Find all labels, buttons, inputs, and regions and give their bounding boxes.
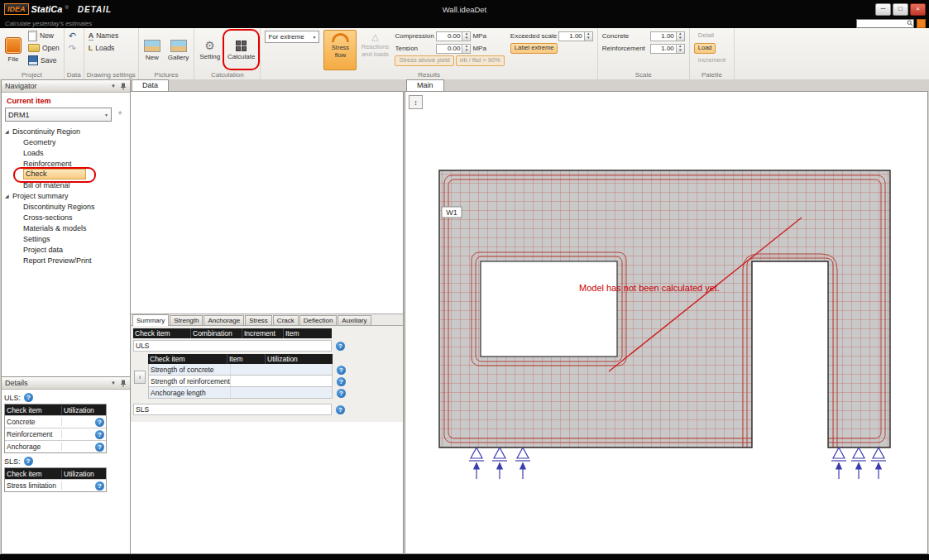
scale-reinforcement-value: 1.00: [650, 44, 677, 54]
drawing-canvas[interactable]: ↕: [405, 91, 928, 554]
tree-item-geometry[interactable]: Geometry: [5, 136, 127, 147]
close-button[interactable]: ×: [910, 3, 926, 16]
tree-expand-icon[interactable]: ◢: [5, 128, 12, 134]
pin-icon[interactable]: [120, 380, 127, 387]
tab-anchorage[interactable]: Anchorage: [204, 315, 244, 325]
tree-item-discontinuity-regions[interactable]: Discontinuity Regions: [5, 201, 127, 212]
navigator-tool-button[interactable]: *: [113, 108, 127, 121]
uls-row[interactable]: ULS: [133, 340, 332, 352]
tab-main[interactable]: Main: [406, 79, 444, 91]
wall-label-tag: W1: [442, 207, 462, 218]
open-button[interactable]: Open: [26, 42, 61, 54]
table-row[interactable]: Concrete?: [5, 415, 106, 428]
table-row[interactable]: Anchorage length: [148, 387, 333, 399]
undo-button[interactable]: ↶: [67, 30, 78, 41]
new-label: New: [40, 31, 54, 40]
fit-view-button[interactable]: ↕: [409, 95, 423, 109]
table-row[interactable]: Anchorage?: [5, 440, 106, 452]
tree-section-project-summary[interactable]: ◢Project summary: [5, 190, 127, 201]
compression-value: 0.00: [436, 31, 462, 41]
spinner-down-icon[interactable]: ▼: [678, 49, 682, 53]
search-field[interactable]: [856, 19, 914, 28]
help-icon[interactable]: ?: [95, 418, 104, 427]
tab-stress[interactable]: Stress: [245, 315, 272, 325]
picture-new-button[interactable]: New: [141, 30, 163, 70]
tree-expand-icon[interactable]: ◢: [5, 193, 12, 199]
tagline-row: Calculate yesterday's estimates: [0, 18, 929, 28]
table-row[interactable]: Stress limitation?: [5, 479, 106, 491]
palette-load-button[interactable]: Load: [694, 43, 716, 54]
help-icon[interactable]: ?: [95, 481, 104, 491]
tab-auxiliary[interactable]: Auxiliary: [338, 315, 371, 325]
search-input[interactable]: [857, 21, 907, 26]
redo-button[interactable]: ↷: [67, 42, 78, 54]
row-expander[interactable]: ›: [134, 371, 146, 384]
table-row[interactable]: Strength of reinforcement: [148, 376, 333, 387]
table-row[interactable]: Strength of concrete: [148, 364, 333, 376]
stress-above-yield-button[interactable]: Stress above yield: [395, 55, 453, 66]
panel-menu-icon[interactable]: ▼: [111, 84, 116, 89]
help-icon[interactable]: ?: [24, 457, 33, 466]
open-folder-icon: [28, 44, 40, 52]
panel-menu-icon[interactable]: ▼: [111, 381, 116, 385]
tab-strength[interactable]: Strength: [170, 315, 203, 325]
stress-flow-button[interactable]: Stress flow: [323, 30, 357, 70]
summary-table-header: Check item Combination Increment Item: [133, 328, 332, 338]
scale-reinforcement-spinner[interactable]: 1.00 ▲▼: [650, 44, 685, 54]
tab-summary[interactable]: Summary: [132, 314, 169, 326]
help-icon[interactable]: ?: [336, 405, 345, 414]
dropdown-arrow-icon: ▼: [104, 112, 108, 117]
palette-detail-button[interactable]: Detail: [694, 31, 718, 41]
tree-section-discontinuity-region[interactable]: ◢Discontinuity Region: [5, 126, 127, 136]
help-icon[interactable]: ?: [95, 443, 104, 452]
names-button[interactable]: ANames: [87, 30, 120, 41]
tree-item-cross-sections[interactable]: Cross-sections: [5, 212, 127, 223]
ribbon-group-palette: Detail Load Increment Palette: [690, 28, 735, 79]
help-icon[interactable]: ?: [336, 342, 345, 351]
scale-concrete-spinner[interactable]: 1.00 ▲▼: [650, 31, 685, 41]
spinner-down-icon[interactable]: ▼: [465, 36, 468, 41]
spinner-down-icon[interactable]: ▼: [587, 36, 590, 41]
help-icon[interactable]: ?: [95, 430, 104, 439]
maximize-button[interactable]: □: [893, 3, 908, 16]
help-icon[interactable]: ?: [337, 366, 346, 375]
help-icon[interactable]: ?: [337, 389, 346, 398]
table-row[interactable]: Reinforcement?: [5, 428, 106, 440]
label-extreme-button[interactable]: Label extreme: [510, 43, 558, 54]
minimize-button[interactable]: ─: [875, 3, 891, 16]
compression-spinner[interactable]: 0.00 ▲▼: [436, 31, 471, 41]
save-button[interactable]: Save: [26, 55, 61, 66]
sls-row[interactable]: SLS: [133, 404, 332, 415]
tension-spinner[interactable]: 0.00 ▲▼: [436, 44, 471, 54]
help-icon[interactable]: ?: [337, 377, 346, 386]
gallery-button[interactable]: Gallery: [165, 30, 191, 70]
new-project-button[interactable]: New: [26, 30, 61, 41]
tree-item-reinforcement[interactable]: Reinforcement: [5, 158, 127, 169]
tree-item-report-preview-print[interactable]: Report Preview/Print: [5, 255, 127, 266]
spinner-down-icon[interactable]: ▼: [678, 36, 682, 41]
pin-icon[interactable]: [120, 83, 127, 90]
help-button[interactable]: [917, 19, 926, 28]
setting-button[interactable]: ⚙ Setting: [197, 30, 223, 70]
tree-item-check[interactable]: Check: [5, 169, 127, 179]
spinner-down-icon[interactable]: ▼: [465, 49, 468, 53]
tab-data[interactable]: Data: [132, 79, 169, 91]
calculate-button[interactable]: Calculate: [225, 30, 257, 70]
tree-item-materials-models[interactable]: Materials & models: [5, 223, 127, 233]
exceeded-scale-spinner[interactable]: 1.00 ▲▼: [558, 31, 593, 41]
palette-increment-button[interactable]: Increment: [694, 55, 730, 66]
tree-item-bill-of-material[interactable]: Bill of material: [5, 179, 127, 190]
tab-crack[interactable]: Crack: [273, 315, 299, 325]
file-button[interactable]: File: [2, 30, 24, 70]
tree-item-project-data[interactable]: Project data: [5, 244, 127, 255]
sigma-fbd-button[interactable]: σb / fbd > 90%: [456, 55, 505, 66]
reactions-and-loads-button[interactable]: △ Reactions and loads: [359, 30, 390, 70]
scale-concrete-value: 1.00: [650, 31, 677, 41]
tree-item-settings[interactable]: Settings: [5, 233, 127, 244]
tab-deflection[interactable]: Deflection: [299, 315, 338, 325]
loads-button[interactable]: LLoads: [87, 42, 120, 54]
help-icon[interactable]: ?: [24, 393, 33, 402]
tree-item-loads[interactable]: Loads: [5, 147, 127, 158]
current-item-dropdown[interactable]: DRM1 ▼: [5, 108, 112, 122]
for-extreme-dropdown[interactable]: For extreme ▼: [265, 31, 319, 43]
